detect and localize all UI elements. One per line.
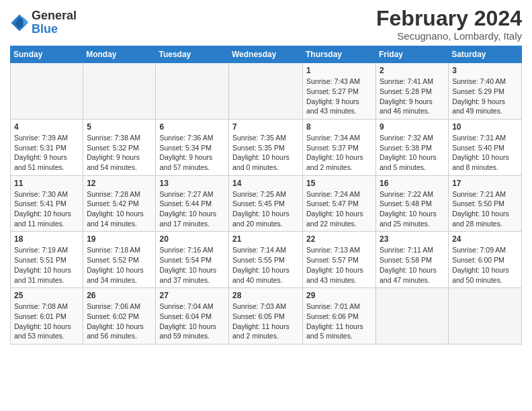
header-thursday: Thursday xyxy=(303,46,376,63)
calendar-week-2: 11Sunrise: 7:30 AM Sunset: 5:41 PM Dayli… xyxy=(11,175,522,232)
day-number: 14 xyxy=(232,179,299,188)
day-info: Sunrise: 7:22 AM Sunset: 5:48 PM Dayligh… xyxy=(380,189,445,229)
day-info: Sunrise: 7:19 AM Sunset: 5:51 PM Dayligh… xyxy=(14,245,79,285)
day-number: 23 xyxy=(380,234,445,244)
calendar-cell: 24Sunrise: 7:09 AM Sunset: 6:00 PM Dayli… xyxy=(449,232,522,288)
logo-line1: General xyxy=(32,9,77,23)
calendar-cell: 10Sunrise: 7:31 AM Sunset: 5:40 PM Dayli… xyxy=(449,119,522,175)
day-number: 25 xyxy=(14,291,79,300)
day-info: Sunrise: 7:25 AM Sunset: 5:45 PM Dayligh… xyxy=(232,189,299,229)
title-block: February 2024 Secugnano, Lombardy, Italy xyxy=(376,7,522,42)
day-number: 21 xyxy=(232,234,299,244)
calendar-cell: 4Sunrise: 7:39 AM Sunset: 5:31 PM Daylig… xyxy=(11,119,83,175)
day-number: 17 xyxy=(452,179,518,188)
calendar-cell: 5Sunrise: 7:38 AM Sunset: 5:32 PM Daylig… xyxy=(83,119,156,175)
day-info: Sunrise: 7:03 AM Sunset: 6:05 PM Dayligh… xyxy=(232,302,299,341)
day-info: Sunrise: 7:35 AM Sunset: 5:35 PM Dayligh… xyxy=(232,133,299,173)
calendar-cell: 20Sunrise: 7:16 AM Sunset: 5:54 PM Dayli… xyxy=(156,232,229,288)
day-info: Sunrise: 7:39 AM Sunset: 5:31 PM Dayligh… xyxy=(14,133,79,173)
page: General Blue February 2024 Secugnano, Lo… xyxy=(0,0,532,411)
day-info: Sunrise: 7:32 AM Sunset: 5:38 PM Dayligh… xyxy=(380,133,445,173)
day-info: Sunrise: 7:36 AM Sunset: 5:34 PM Dayligh… xyxy=(159,133,225,173)
calendar-cell xyxy=(449,288,522,345)
calendar-cell: 12Sunrise: 7:28 AM Sunset: 5:42 PM Dayli… xyxy=(83,175,156,232)
calendar-cell: 3Sunrise: 7:40 AM Sunset: 5:29 PM Daylig… xyxy=(449,63,522,120)
header-sunday: Sunday xyxy=(11,46,83,63)
day-number: 13 xyxy=(159,179,225,188)
calendar-cell: 21Sunrise: 7:14 AM Sunset: 5:55 PM Dayli… xyxy=(229,232,303,288)
day-number: 22 xyxy=(306,234,372,244)
day-number: 12 xyxy=(87,179,152,188)
calendar-cell: 19Sunrise: 7:18 AM Sunset: 5:52 PM Dayli… xyxy=(83,232,156,288)
calendar-cell: 22Sunrise: 7:13 AM Sunset: 5:57 PM Dayli… xyxy=(303,232,376,288)
calendar-cell xyxy=(83,63,156,120)
day-info: Sunrise: 7:27 AM Sunset: 5:44 PM Dayligh… xyxy=(159,189,225,229)
day-number: 27 xyxy=(159,291,225,300)
calendar-cell: 29Sunrise: 7:01 AM Sunset: 6:06 PM Dayli… xyxy=(303,288,376,345)
day-info: Sunrise: 7:09 AM Sunset: 6:00 PM Dayligh… xyxy=(452,245,518,285)
header-saturday: Saturday xyxy=(449,46,522,63)
day-number: 18 xyxy=(14,234,79,244)
calendar-cell xyxy=(11,63,83,120)
calendar-cell: 8Sunrise: 7:34 AM Sunset: 5:37 PM Daylig… xyxy=(303,119,376,175)
calendar-table: Sunday Monday Tuesday Wednesday Thursday… xyxy=(10,46,522,345)
calendar-cell: 13Sunrise: 7:27 AM Sunset: 5:44 PM Dayli… xyxy=(156,175,229,232)
day-number: 2 xyxy=(380,66,445,75)
day-info: Sunrise: 7:24 AM Sunset: 5:47 PM Dayligh… xyxy=(306,189,372,229)
day-info: Sunrise: 7:31 AM Sunset: 5:40 PM Dayligh… xyxy=(452,133,518,173)
calendar-cell: 23Sunrise: 7:11 AM Sunset: 5:58 PM Dayli… xyxy=(376,232,449,288)
day-number: 29 xyxy=(306,291,372,300)
day-info: Sunrise: 7:11 AM Sunset: 5:58 PM Dayligh… xyxy=(380,245,445,285)
logo: General Blue xyxy=(10,9,77,36)
day-number: 16 xyxy=(380,179,445,188)
day-number: 24 xyxy=(452,234,518,244)
calendar-subtitle: Secugnano, Lombardy, Italy xyxy=(376,30,522,42)
calendar-week-0: 1Sunrise: 7:43 AM Sunset: 5:27 PM Daylig… xyxy=(11,63,522,120)
day-number: 6 xyxy=(159,122,225,132)
day-number: 1 xyxy=(306,66,372,75)
calendar-cell xyxy=(156,63,229,120)
logo-line2: Blue xyxy=(32,23,77,36)
calendar-cell: 25Sunrise: 7:08 AM Sunset: 6:01 PM Dayli… xyxy=(11,288,83,345)
day-number: 3 xyxy=(452,66,518,75)
day-number: 9 xyxy=(380,122,445,132)
day-info: Sunrise: 7:30 AM Sunset: 5:41 PM Dayligh… xyxy=(14,189,79,229)
day-info: Sunrise: 7:18 AM Sunset: 5:52 PM Dayligh… xyxy=(87,245,152,285)
day-info: Sunrise: 7:34 AM Sunset: 5:37 PM Dayligh… xyxy=(306,133,372,173)
calendar-cell: 16Sunrise: 7:22 AM Sunset: 5:48 PM Dayli… xyxy=(376,175,449,232)
day-number: 26 xyxy=(87,291,152,300)
calendar-week-1: 4Sunrise: 7:39 AM Sunset: 5:31 PM Daylig… xyxy=(11,119,522,175)
day-number: 10 xyxy=(452,122,518,132)
calendar-cell: 14Sunrise: 7:25 AM Sunset: 5:45 PM Dayli… xyxy=(229,175,303,232)
calendar-body: 1Sunrise: 7:43 AM Sunset: 5:27 PM Daylig… xyxy=(11,63,522,345)
calendar-cell: 18Sunrise: 7:19 AM Sunset: 5:51 PM Dayli… xyxy=(11,232,83,288)
calendar-cell: 2Sunrise: 7:41 AM Sunset: 5:28 PM Daylig… xyxy=(376,63,449,120)
calendar-title: February 2024 xyxy=(376,7,522,30)
day-info: Sunrise: 7:21 AM Sunset: 5:50 PM Dayligh… xyxy=(452,189,518,229)
day-info: Sunrise: 7:16 AM Sunset: 5:54 PM Dayligh… xyxy=(159,245,225,285)
day-info: Sunrise: 7:01 AM Sunset: 6:06 PM Dayligh… xyxy=(306,302,372,341)
calendar-cell: 26Sunrise: 7:06 AM Sunset: 6:02 PM Dayli… xyxy=(83,288,156,345)
day-number: 11 xyxy=(14,179,79,188)
day-info: Sunrise: 7:14 AM Sunset: 5:55 PM Dayligh… xyxy=(232,245,299,285)
header-friday: Friday xyxy=(376,46,449,63)
calendar-cell: 27Sunrise: 7:04 AM Sunset: 6:04 PM Dayli… xyxy=(156,288,229,345)
day-info: Sunrise: 7:28 AM Sunset: 5:42 PM Dayligh… xyxy=(87,189,152,229)
header-tuesday: Tuesday xyxy=(156,46,229,63)
day-number: 5 xyxy=(87,122,152,132)
day-info: Sunrise: 7:38 AM Sunset: 5:32 PM Dayligh… xyxy=(87,133,152,173)
calendar-cell: 9Sunrise: 7:32 AM Sunset: 5:38 PM Daylig… xyxy=(376,119,449,175)
day-number: 19 xyxy=(87,234,152,244)
header: General Blue February 2024 Secugnano, Lo… xyxy=(10,7,522,42)
calendar-cell xyxy=(376,288,449,345)
calendar-cell: 15Sunrise: 7:24 AM Sunset: 5:47 PM Dayli… xyxy=(303,175,376,232)
calendar-week-4: 25Sunrise: 7:08 AM Sunset: 6:01 PM Dayli… xyxy=(11,288,522,345)
day-info: Sunrise: 7:40 AM Sunset: 5:29 PM Dayligh… xyxy=(452,77,518,116)
day-info: Sunrise: 7:43 AM Sunset: 5:27 PM Dayligh… xyxy=(306,77,372,116)
day-info: Sunrise: 7:06 AM Sunset: 6:02 PM Dayligh… xyxy=(87,302,152,341)
calendar-cell: 7Sunrise: 7:35 AM Sunset: 5:35 PM Daylig… xyxy=(229,119,303,175)
calendar-week-3: 18Sunrise: 7:19 AM Sunset: 5:51 PM Dayli… xyxy=(11,232,522,288)
header-monday: Monday xyxy=(83,46,156,63)
day-number: 8 xyxy=(306,122,372,132)
calendar-cell: 6Sunrise: 7:36 AM Sunset: 5:34 PM Daylig… xyxy=(156,119,229,175)
